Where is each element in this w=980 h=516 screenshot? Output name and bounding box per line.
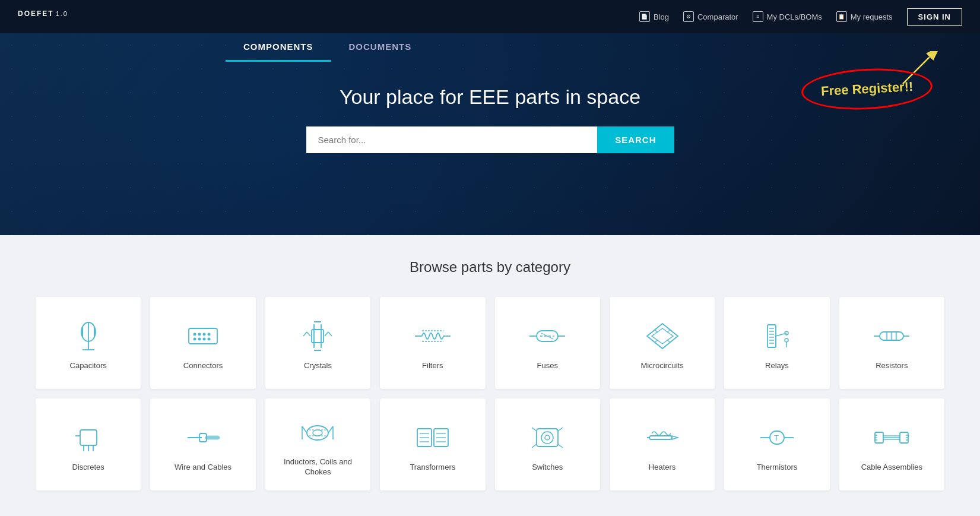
connectors-label: Connectors: [183, 361, 223, 371]
svg-point-15: [203, 338, 206, 341]
category-card-capacitors[interactable]: Capacitors: [36, 297, 141, 389]
svg-line-90: [532, 444, 537, 448]
category-card-connectors[interactable]: Connectors: [150, 297, 255, 389]
capacitors-icon: [68, 320, 109, 353]
search-bar: SEARCH: [306, 126, 674, 153]
top-navigation: DOEFET1.0 📄 Blog ⚙ Comparator ≡ My DCLs/…: [0, 0, 980, 33]
svg-point-87: [545, 435, 550, 440]
sign-in-button[interactable]: SIGN IN: [907, 8, 962, 26]
blog-link[interactable]: 📄 Blog: [639, 11, 669, 22]
svg-point-12: [208, 333, 211, 336]
category-card-cable-assemblies[interactable]: Cable Assemblies: [839, 398, 944, 490]
microcircuits-label: Microcircuits: [640, 361, 683, 371]
logo-version: 1.0: [56, 10, 68, 17]
svg-text:T: T: [774, 433, 779, 442]
svg-point-10: [198, 333, 201, 336]
transformers-icon: [412, 422, 453, 454]
svg-point-16: [208, 338, 211, 341]
svg-line-91: [558, 444, 563, 448]
svg-point-11: [203, 333, 206, 336]
resistors-label: Resistors: [876, 361, 908, 371]
svg-point-13: [194, 338, 196, 341]
category-card-crystals[interactable]: Crystals: [265, 297, 370, 389]
svg-point-9: [194, 333, 196, 336]
blog-icon: 📄: [639, 11, 650, 22]
register-text: Free Register!!: [820, 79, 913, 99]
svg-rect-59: [80, 430, 97, 445]
category-card-switches[interactable]: Switches: [495, 398, 600, 490]
heaters-icon: [642, 422, 683, 454]
microcircuits-icon: [642, 320, 683, 353]
register-oval: Free Register!!: [800, 65, 934, 112]
category-card-transformers[interactable]: Transformers: [380, 398, 485, 490]
tab-documents[interactable]: DOCUMENTS: [331, 33, 430, 62]
svg-line-23: [303, 332, 307, 336]
requests-link[interactable]: 📋 My requests: [836, 11, 893, 22]
crystals-icon: [297, 320, 338, 353]
logo-text: DOEFET: [18, 10, 54, 18]
category-card-inductors[interactable]: Inductors, Coils and Chokes: [265, 398, 370, 490]
wire-cables-icon: [182, 422, 224, 454]
transformers-label: Transformers: [410, 463, 455, 473]
capacitors-label: Capacitors: [70, 361, 107, 371]
register-annotation: Free Register!!: [801, 69, 933, 109]
hero-section: Free Register!! COMPONENTS DOCUMENTS You…: [0, 33, 980, 235]
dcls-link[interactable]: ≡ My DCLs/BOMs: [753, 11, 822, 22]
filters-label: Filters: [422, 361, 443, 371]
wire-cables-label: Wire and Cables: [175, 463, 231, 473]
heaters-label: Heaters: [649, 463, 676, 473]
svg-point-50: [785, 338, 788, 342]
search-button[interactable]: SEARCH: [597, 126, 674, 153]
switches-icon: [527, 422, 568, 454]
category-card-thermistors[interactable]: T Thermistors: [724, 398, 829, 490]
category-card-filters[interactable]: Filters: [380, 297, 485, 389]
category-card-resistors[interactable]: Resistors: [839, 297, 944, 389]
tabs-bar: COMPONENTS DOCUMENTS: [0, 33, 980, 62]
thermistors-label: Thermistors: [757, 463, 798, 473]
inductors-label: Inductors, Coils and Chokes: [272, 457, 363, 477]
svg-point-86: [541, 432, 553, 444]
svg-line-73: [302, 426, 307, 433]
resistors-icon: [871, 320, 912, 353]
cable-assemblies-label: Cable Assemblies: [861, 463, 922, 473]
fuses-icon: [527, 320, 568, 353]
comparator-link[interactable]: ⚙ Comparator: [683, 11, 738, 22]
hero-title: Your place for EEE parts in space: [340, 86, 640, 109]
category-card-fuses[interactable]: Fuses: [495, 297, 600, 389]
category-card-wire-cables[interactable]: Wire and Cables: [150, 398, 255, 490]
logo: DOEFET1.0: [18, 7, 68, 26]
search-input[interactable]: [306, 126, 598, 153]
category-card-heaters[interactable]: Heaters: [610, 398, 715, 490]
category-card-discretes[interactable]: Discretes: [36, 398, 141, 490]
inductors-icon: [297, 416, 338, 449]
blog-label: Blog: [654, 12, 669, 21]
category-card-microcircuits[interactable]: Microcircuits: [610, 297, 715, 389]
comparator-label: Comparator: [697, 12, 738, 21]
category-grid-row2: Discretes Wire and Cables: [36, 398, 944, 490]
browse-title: Browse parts by category: [36, 259, 944, 276]
svg-rect-8: [189, 328, 217, 344]
svg-marker-93: [672, 436, 678, 439]
svg-line-34: [541, 333, 553, 339]
svg-line-88: [532, 428, 537, 431]
svg-line-75: [328, 426, 333, 433]
discretes-icon: [68, 422, 109, 454]
svg-line-25: [328, 332, 332, 336]
comparator-icon: ⚙: [683, 11, 694, 22]
dcls-icon: ≡: [753, 11, 763, 22]
category-card-relays[interactable]: Relays: [724, 297, 829, 389]
thermistors-icon: T: [756, 422, 798, 454]
dcls-label: My DCLs/BOMs: [767, 12, 822, 21]
relays-label: Relays: [765, 361, 789, 371]
requests-icon: 📋: [836, 11, 847, 22]
svg-rect-92: [649, 436, 672, 439]
svg-line-22: [307, 332, 310, 336]
svg-marker-36: [652, 328, 673, 344]
relays-icon: [756, 320, 798, 353]
crystals-label: Crystals: [304, 361, 332, 371]
nav-right: 📄 Blog ⚙ Comparator ≡ My DCLs/BOMs 📋 My …: [639, 8, 962, 26]
svg-point-70: [313, 430, 322, 436]
switches-label: Switches: [532, 463, 563, 473]
category-grid-row1: Capacitors Connectors: [36, 297, 944, 389]
tab-components[interactable]: COMPONENTS: [226, 33, 331, 62]
